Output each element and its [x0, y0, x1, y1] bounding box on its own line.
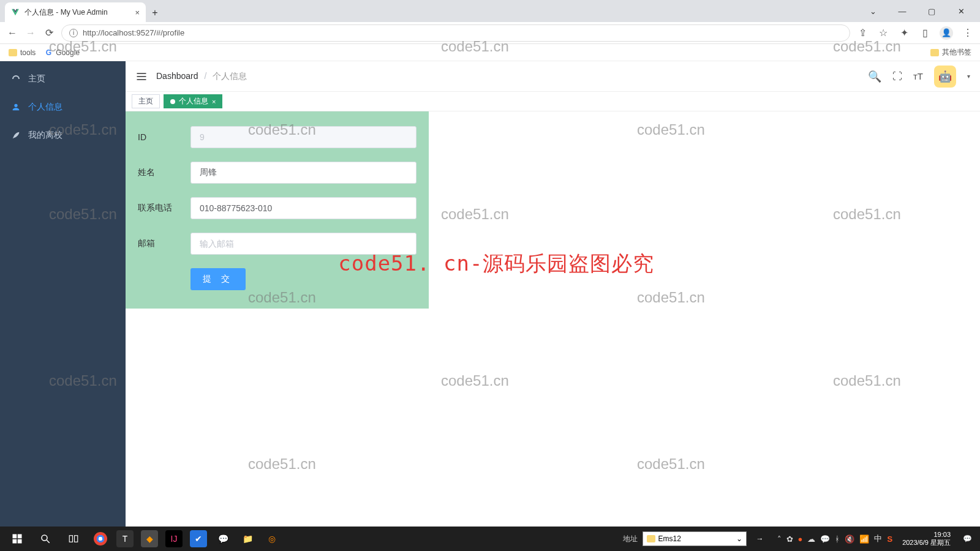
bookmark-tools[interactable]: tools: [9, 48, 36, 57]
email-label: 邮箱: [138, 238, 190, 249]
reload-button[interactable]: ⟳: [43, 27, 55, 39]
tray-bluetooth-icon[interactable]: ᚼ: [835, 534, 840, 544]
address-bar[interactable]: i http://localhost:9527/#/profile: [61, 24, 850, 42]
site-info-icon[interactable]: i: [69, 29, 78, 37]
name-input[interactable]: [190, 162, 417, 184]
taskbar-wechat-icon[interactable]: 💬: [214, 530, 232, 547]
explorer-go-button[interactable]: →: [752, 527, 769, 550]
reading-list-icon[interactable]: ▯: [919, 27, 931, 39]
taskbar-apps: T ◆ IJ ✔ 💬 📁 ◎: [92, 530, 281, 547]
tab-close-icon[interactable]: ×: [135, 8, 140, 17]
window-controls: ⌄ — ▢ ✕: [859, 0, 975, 22]
form-row-id: ID: [138, 126, 417, 148]
tray-volume-icon[interactable]: 🔇: [845, 534, 854, 544]
bookmark-google[interactable]: GGoogle: [44, 48, 80, 57]
profile-form-card: ID 姓名 联系电话 邮箱 提 交: [126, 111, 429, 309]
svg-rect-6: [69, 536, 72, 542]
form-row-name: 姓名: [138, 162, 417, 184]
google-icon: G: [44, 48, 53, 57]
font-size-icon[interactable]: тT: [913, 71, 923, 81]
taskbar-netease-icon[interactable]: ◎: [263, 530, 281, 547]
tray-app-icon[interactable]: ✿: [786, 534, 793, 544]
name-label: 姓名: [138, 167, 190, 178]
start-button[interactable]: [4, 527, 31, 550]
tray-sogou-icon[interactable]: S: [887, 534, 892, 544]
page-body: ID 姓名 联系电话 邮箱 提 交: [126, 111, 980, 527]
kebab-menu-icon[interactable]: ⋮: [962, 27, 974, 39]
form-row-email: 邮箱: [138, 233, 417, 255]
taskbar-explorer-icon[interactable]: 📁: [239, 530, 256, 547]
tray-ime-icon[interactable]: 中: [874, 533, 882, 544]
svg-rect-1: [18, 534, 22, 539]
email-input[interactable]: [190, 233, 417, 255]
explorer-path-input[interactable]: Ems12 ⌄: [643, 531, 747, 546]
maximize-button[interactable]: ▢: [918, 2, 946, 20]
svg-rect-0: [13, 534, 17, 539]
tray-wechat-icon[interactable]: 💬: [820, 534, 830, 544]
sidebar-item-home[interactable]: 主页: [0, 65, 126, 93]
tab-home[interactable]: 主页: [132, 94, 160, 108]
active-dot-icon: [170, 99, 175, 104]
svg-rect-7: [75, 536, 78, 542]
tray-onedrive-icon[interactable]: ☁: [807, 534, 815, 544]
search-icon[interactable]: 🔍: [868, 70, 881, 83]
sidebar-item-label: 我的离校: [28, 130, 62, 141]
phone-label: 联系电话: [138, 203, 190, 214]
folder-icon: [9, 49, 17, 56]
taskbar-sublime-icon[interactable]: ◆: [141, 530, 158, 547]
task-view-button[interactable]: [60, 527, 87, 550]
sidebar-item-label: 主页: [28, 73, 45, 84]
tab-profile[interactable]: 个人信息 ×: [164, 94, 222, 108]
bookmark-star-icon[interactable]: ☆: [877, 27, 889, 39]
other-bookmarks[interactable]: 其他书签: [930, 47, 971, 58]
taskbar-todo-icon[interactable]: ✔: [190, 530, 207, 547]
tab-title: 个人信息 - My Vue Admin: [24, 7, 130, 18]
extensions-icon[interactable]: ✦: [898, 27, 910, 39]
new-tab-button[interactable]: +: [146, 4, 164, 22]
avatar[interactable]: 🤖: [934, 66, 956, 88]
user-icon: [11, 102, 21, 112]
browser-chrome: 个人信息 - My Vue Admin × + ⌄ — ▢ ✕ ← → ⟳ i …: [0, 0, 980, 61]
tray-wifi-icon[interactable]: 📶: [859, 534, 869, 544]
svg-rect-3: [18, 539, 22, 544]
breadcrumb: Dashboard / 个人信息: [156, 71, 247, 82]
tray-up-icon[interactable]: ˄: [777, 534, 782, 544]
main-content: Dashboard / 个人信息 🔍 ⛶ тT 🤖 ▾ 主页 个人信息 ×: [126, 61, 980, 527]
system-tray: ˄ ✿ ● ☁ 💬 ᚼ 🔇 📶 中 S: [777, 533, 893, 544]
crumb-root[interactable]: Dashboard: [156, 71, 198, 81]
sidebar-item-profile[interactable]: 个人信息: [0, 93, 126, 121]
chevron-down-icon[interactable]: ⌄: [736, 534, 742, 543]
tray-app2-icon[interactable]: ●: [798, 534, 803, 544]
fullscreen-icon[interactable]: ⛶: [892, 71, 902, 82]
taskbar-clock[interactable]: 19:03 2023/6/9 星期五: [902, 531, 951, 546]
chrome-profile-icon[interactable]: 👤: [940, 26, 953, 40]
submit-button[interactable]: 提 交: [190, 268, 246, 290]
notifications-button[interactable]: 💬: [958, 530, 976, 548]
taskbar-app-t-icon[interactable]: T: [116, 530, 134, 547]
dashboard-icon: [11, 74, 21, 84]
vue-favicon: [11, 8, 20, 17]
taskbar-chrome-icon[interactable]: [92, 530, 109, 547]
browser-toolbar: ← → ⟳ i http://localhost:9527/#/profile …: [0, 22, 980, 44]
tab-strip: 个人信息 - My Vue Admin × + ⌄ — ▢ ✕: [0, 0, 980, 22]
back-button[interactable]: ←: [6, 27, 18, 39]
taskbar-intellij-icon[interactable]: IJ: [165, 530, 183, 547]
folder-icon: [647, 535, 655, 542]
close-window-button[interactable]: ✕: [947, 2, 975, 20]
phone-input[interactable]: [190, 197, 417, 219]
address-label: 地址: [623, 534, 638, 544]
forward-button[interactable]: →: [24, 27, 37, 39]
taskbar-right: 地址 Ems12 ⌄ → ˄ ✿ ● ☁ 💬 ᚼ 🔇 📶 中 S 19:03 2…: [623, 527, 976, 550]
hamburger-icon[interactable]: [135, 70, 148, 83]
browser-tab[interactable]: 个人信息 - My Vue Admin ×: [5, 2, 146, 22]
minimize-button[interactable]: —: [888, 2, 916, 20]
chevron-down-icon[interactable]: ⌄: [859, 2, 887, 20]
sidebar-item-label: 个人信息: [28, 102, 62, 113]
crumb-current: 个人信息: [213, 71, 247, 81]
app-root: 主页 个人信息 我的离校 Dashboard / 个人信息 🔍 ⛶ тT 🤖 ▾: [0, 61, 980, 527]
search-button[interactable]: [32, 527, 59, 550]
tab-close-icon[interactable]: ×: [212, 98, 216, 105]
avatar-dropdown-caret[interactable]: ▾: [967, 73, 970, 80]
sidebar-item-leave[interactable]: 我的离校: [0, 121, 126, 149]
share-icon[interactable]: ⇪: [856, 27, 869, 39]
